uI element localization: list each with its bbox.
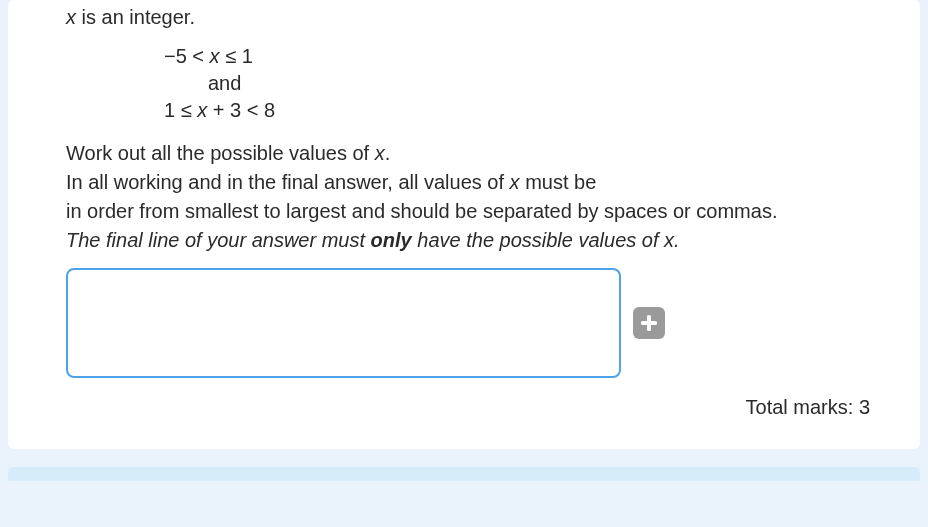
question-card: x is an integer. −5 < x ≤ 1 and 1 ≤ x + …	[8, 0, 920, 449]
ineq1-pre: −5 <	[164, 45, 210, 67]
instruction-2: In all working and in the final answer, …	[66, 169, 900, 196]
instr2-pre: In all working and in the final answer, …	[66, 171, 510, 193]
total-marks: Total marks: 3	[66, 396, 900, 419]
inequality-line-2: 1 ≤ x + 3 < 8	[164, 97, 900, 124]
instr2-x: x	[510, 171, 520, 193]
next-card-peek	[8, 467, 920, 481]
instruction-3: in order from smallest to largest and sh…	[66, 198, 900, 225]
svg-rect-1	[641, 321, 657, 325]
ineq1-post: ≤ 1	[220, 45, 253, 67]
instr1-pre: Work out all the possible values of	[66, 142, 375, 164]
answer-row	[66, 268, 900, 378]
inequality-and: and	[208, 70, 900, 97]
question-intro: x is an integer.	[66, 6, 900, 29]
final-pre: The final line of your answer must	[66, 229, 371, 251]
question-content: x is an integer. −5 < x ≤ 1 and 1 ≤ x + …	[8, 6, 920, 419]
inequality-block: −5 < x ≤ 1 and 1 ≤ x + 3 < 8	[164, 43, 900, 124]
plus-icon	[640, 314, 658, 332]
instr2-post: must be	[520, 171, 597, 193]
final-post-a: have the possible values of	[412, 229, 664, 251]
final-post-b: .	[674, 229, 680, 251]
variable-x: x	[66, 6, 76, 28]
ineq2-pre: 1 ≤	[164, 99, 197, 121]
inequality-line-1: −5 < x ≤ 1	[164, 43, 900, 70]
ineq1-x: x	[210, 45, 220, 67]
instruction-block: Work out all the possible values of x. I…	[66, 140, 900, 254]
instr1-post: .	[385, 142, 391, 164]
instruction-1: Work out all the possible values of x.	[66, 140, 900, 167]
intro-text: is an integer.	[76, 6, 195, 28]
final-x: x	[664, 229, 674, 251]
ineq2-x: x	[197, 99, 207, 121]
final-bold: only	[371, 229, 412, 251]
ineq2-post: + 3 < 8	[207, 99, 275, 121]
instruction-final: The final line of your answer must only …	[66, 227, 900, 254]
answer-input[interactable]	[66, 268, 621, 378]
instr1-x: x	[375, 142, 385, 164]
add-working-button[interactable]	[633, 307, 665, 339]
